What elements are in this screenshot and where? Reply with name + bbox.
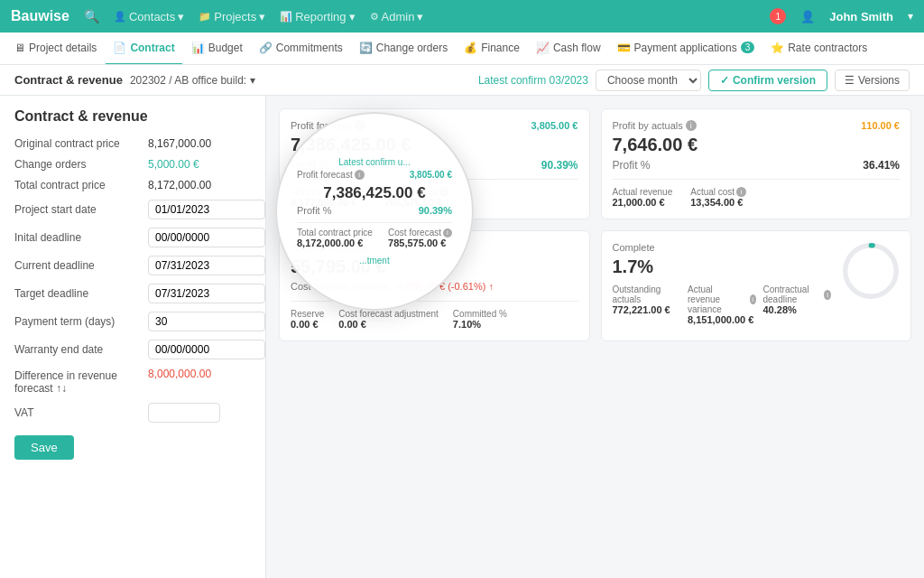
profit-actuals-badge: 110.00 € (861, 120, 900, 131)
breadcrumb-chevron[interactable]: ▾ (250, 74, 255, 87)
profit-forecast-badge: 3,805.00 € (531, 120, 578, 131)
field-row-warranty: Warranty end date (14, 340, 251, 359)
complete-card: Complete 1.7% Outstanding actuals 772,22… (601, 230, 912, 341)
field-row-current-deadline: Current deadline (14, 256, 251, 275)
right-panel: Profit forecast i 3,805.00 € 7,386,425.0… (266, 96, 924, 578)
rate-icon: ⭐ (771, 42, 784, 54)
mag-total-contract: Total contract price 8,172,000.00 € (297, 228, 373, 248)
notification-badge[interactable]: 1 (770, 8, 786, 24)
profit-actuals-pct-label: Profit % (613, 159, 651, 172)
reporting-menu[interactable]: 📊 Reporting ▾ (280, 10, 355, 23)
field-row-initial-deadline: Inital deadline (14, 228, 251, 247)
field-label-vat: VAT (14, 406, 148, 419)
target-deadline-input[interactable] (148, 284, 265, 303)
tab-contract[interactable]: 📄 Contract (106, 33, 181, 65)
save-button[interactable]: Save (14, 435, 74, 460)
complete-label: Complete (613, 242, 832, 253)
field-row-total-contract: Total contract price 8,172,000.00 (14, 179, 251, 191)
tab-finance[interactable]: 💰 Finance (457, 33, 527, 65)
projects-menu[interactable]: 📁 Projects ▾ (199, 10, 265, 23)
checkmark-icon: ✓ (720, 74, 729, 87)
svg-point-0 (845, 246, 897, 297)
initial-deadline-input[interactable] (148, 228, 265, 247)
tab-rate-contractors[interactable]: ⭐ Rate contractors (763, 33, 874, 65)
revenue-variance-info-icon[interactable]: i (750, 294, 756, 304)
payment-icon: 💳 (617, 42, 631, 54)
mag-sub-label: Profit forecast i (297, 170, 365, 180)
field-label-start: Project start date (14, 203, 148, 216)
field-value-change[interactable]: 5,000.00 € (148, 158, 199, 171)
field-label-change: Change orders (14, 158, 148, 171)
field-label-initial: Inital deadline (14, 231, 148, 244)
field-row-start-date: Project start date (14, 200, 251, 219)
change-orders-icon: 🔄 (359, 42, 373, 54)
tab-cash-flow[interactable]: 📈 Cash flow (529, 33, 608, 65)
breadcrumb-title: Contract & revenue (14, 73, 123, 87)
mag-badge: 3,805.00 € (410, 170, 452, 180)
admin-menu[interactable]: ⚙ Admin ▾ (370, 10, 424, 23)
warranty-input[interactable] (148, 340, 265, 359)
contacts-menu[interactable]: 👤 Contacts ▾ (114, 10, 184, 23)
profit-actuals-pct: 36.41% (863, 159, 900, 172)
cash-flow-icon: 📈 (536, 42, 550, 54)
search-icon[interactable]: 🔍 (84, 9, 99, 23)
budget-icon: 📊 (191, 42, 205, 54)
field-label-total: Total contract price (14, 179, 148, 191)
field-row-revenue-diff: Difference in revenue forecast ↑↓ 8,000,… (14, 368, 251, 395)
profit-actuals-card: Profit by actuals i 110.00 € 7,646.00 € … (601, 108, 912, 219)
field-value-original: 8,167,000.00 (148, 137, 211, 150)
left-panel: Contract & revenue Original contract pri… (0, 96, 266, 578)
field-row-vat: VAT (14, 403, 251, 423)
current-deadline-input[interactable] (148, 256, 265, 275)
mag-info-icon[interactable]: i (355, 170, 365, 180)
user-menu-chevron[interactable]: ▾ (908, 10, 913, 23)
field-row-change-orders: Change orders 5,000.00 € (14, 158, 251, 171)
tab-change-orders[interactable]: 🔄 Change orders (352, 33, 455, 65)
main-area: Contract & revenue Original contract pri… (0, 96, 924, 578)
choose-month-select[interactable]: Choose month (596, 70, 701, 91)
mag-profit-pct-val: 90.39% (419, 205, 452, 216)
payment-badge: 3 (741, 42, 755, 53)
field-row-payment-term: Payment term (days) (14, 312, 251, 331)
commitment-sub-2: Cost forecast adjustment 0.00 € (338, 309, 439, 330)
tab-project-details[interactable]: 🖥 Project details (7, 33, 104, 65)
top-nav: Bauwise 🔍 👤 Contacts ▾ 📁 Projects ▾ 📊 Re… (0, 0, 924, 33)
field-label-target: Target deadline (14, 287, 148, 300)
mag-cost-info-icon[interactable]: i (443, 228, 452, 238)
commitments-icon: 🔗 (259, 42, 273, 54)
versions-button[interactable]: ☰ Versions (835, 70, 910, 91)
user-name[interactable]: John Smith (829, 10, 893, 23)
mag-profit-pct-label: Profit % (297, 205, 332, 216)
versions-icon: ☰ (845, 74, 855, 87)
mag-value: 7,386,425.00 € (323, 184, 425, 202)
contractual-info-icon[interactable]: i (824, 290, 831, 300)
field-label-payment-term: Payment term (days) (14, 315, 148, 328)
profit-forecast-pct: 90.39% (541, 159, 578, 172)
tab-commitments[interactable]: 🔗 Commitments (252, 33, 350, 65)
field-value-total: 8,172,000.00 (148, 179, 211, 191)
donut-chart (842, 242, 900, 300)
section-title: Contract & revenue (14, 108, 251, 125)
breadcrumb-project: 202302 / AB office build: ▾ (130, 74, 255, 87)
mag-commitment-text: ...tment (359, 256, 389, 266)
vat-input[interactable] (148, 403, 220, 423)
profit-actuals-info-icon[interactable]: i (686, 120, 697, 131)
field-row-original-contract: Original contract price 8,167,000.00 (14, 137, 251, 150)
actuals-sub-2: Actual cost i 13,354.00 € (690, 187, 746, 208)
field-label-revenue-diff: Difference in revenue forecast ↑↓ (14, 368, 148, 395)
tabs-row: 🖥 Project details 📄 Contract 📊 Budget 🔗 … (0, 33, 924, 65)
actual-cost-info-icon[interactable]: i (736, 187, 746, 197)
project-details-icon: 🖥 (14, 42, 25, 54)
tab-budget[interactable]: 📊 Budget (184, 33, 250, 65)
tab-payment-applications[interactable]: 💳 Payment applications 3 (610, 33, 762, 65)
magnifier-overlay: Latest confirm u... Profit forecast i 3,… (275, 112, 474, 311)
profit-actuals-label: Profit by actuals i (613, 120, 697, 131)
mag-cost-forecast: Cost forecast i 785,575.00 € (388, 228, 452, 248)
commitment-sub-1: Reserve 0.00 € (291, 309, 324, 330)
confirm-version-button[interactable]: ✓ Confirm version (708, 70, 827, 91)
field-label-current: Current deadline (14, 259, 148, 272)
contract-icon: 📄 (113, 42, 126, 54)
brand-logo: Bauwise (11, 8, 69, 24)
start-date-input[interactable] (148, 200, 265, 219)
payment-term-input[interactable] (148, 312, 265, 331)
